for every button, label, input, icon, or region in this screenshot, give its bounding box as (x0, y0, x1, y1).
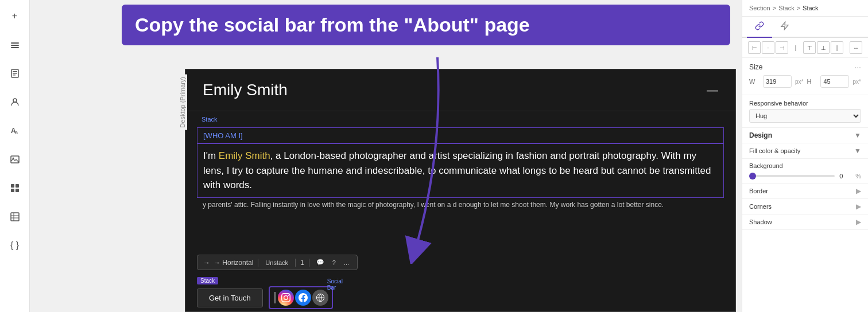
shadow-row[interactable]: Shadow ▶ (742, 214, 868, 230)
tab-link[interactable] (747, 17, 772, 38)
comment-button[interactable]: 💬 (314, 258, 327, 267)
corners-arrow-icon: ▶ (856, 202, 861, 210)
height-unit: px* (852, 79, 861, 85)
breadcrumb-section: Section (749, 5, 770, 11)
social-bar-label: Social Bar (327, 278, 343, 291)
help-button[interactable]: ? (330, 258, 338, 267)
canvas-toolbar: → → Horizontal Unstack 1 💬 ? ... (197, 255, 358, 270)
height-label: H (807, 78, 817, 85)
background-slider-percent: % (855, 173, 861, 180)
align-middle-icon[interactable]: ⊥ (817, 41, 830, 54)
responsive-section: Responsive behavior Hug Fill Fixed (742, 95, 868, 128)
align-bottom-icon[interactable]: | (831, 41, 843, 54)
svg-rect-5 (13, 73, 17, 74)
plus-icon[interactable]: + (6, 7, 24, 25)
unstack-button[interactable]: Unstack (263, 258, 290, 267)
font-icon[interactable]: A a (6, 122, 24, 140)
background-slider-thumb[interactable] (749, 173, 756, 180)
svg-rect-12 (11, 184, 14, 188)
svg-rect-0 (11, 42, 19, 44)
background-slider-value: 0 (839, 173, 851, 180)
border-row[interactable]: Border ▶ (742, 184, 868, 199)
who-am-i-text: [WHO AM I] (203, 131, 243, 140)
pages-icon[interactable] (6, 64, 24, 83)
more-button[interactable]: ... (342, 258, 351, 267)
social-divider (274, 292, 276, 303)
background-slider-row: 0 % (749, 173, 861, 180)
size-title: Size (749, 63, 762, 71)
size-section-header: Size ··· (749, 63, 861, 72)
size-section: Size ··· W px* H px* (742, 58, 868, 95)
layers-icon[interactable] (6, 36, 24, 54)
stack-label: Stack (197, 114, 724, 125)
responsive-select[interactable]: Hug Fill Fixed (749, 109, 861, 123)
svg-rect-15 (16, 189, 19, 192)
align-right-icon[interactable]: ⊣ (776, 41, 788, 54)
shadow-label: Shadow (749, 219, 772, 225)
svg-point-7 (13, 99, 17, 102)
fill-label: Fill color & opacity (749, 147, 800, 154)
page-header: Emily Smith — (185, 69, 735, 111)
toolbar-arrow: → (203, 259, 210, 267)
fill-color-row[interactable]: Fill color & opacity ▼ (742, 143, 868, 159)
height-input[interactable] (820, 75, 849, 88)
toolbar-horizontal-label: → Horizontal (214, 259, 253, 267)
svg-rect-1 (11, 45, 19, 46)
svg-rect-14 (11, 189, 14, 192)
svg-rect-2 (11, 47, 19, 48)
stack-bottom-label: Stack (197, 277, 218, 284)
background-slider-track[interactable] (749, 175, 835, 177)
social-bar: Social Bar (269, 286, 333, 309)
toolbar-divider-1 (258, 259, 258, 267)
align-center-h-icon[interactable]: · (762, 41, 774, 54)
size-more[interactable]: ··· (854, 63, 861, 72)
panel-tabs (742, 17, 868, 38)
tab-interactions[interactable] (772, 17, 797, 38)
design-section-header[interactable]: Design ▼ (742, 128, 868, 143)
breadcrumb-sep-2: > (797, 5, 800, 11)
border-label: Border (749, 188, 768, 194)
instagram-icon[interactable] (278, 290, 294, 306)
other-social-icon[interactable] (312, 290, 328, 306)
facebook-icon[interactable] (295, 290, 311, 306)
svg-rect-13 (16, 184, 19, 188)
align-top-icon[interactable]: ⊤ (803, 41, 816, 54)
align-sep-icon: | (789, 41, 802, 54)
social-stack-row: Stack Get in Touch Social Bar (197, 286, 333, 309)
width-label: W (749, 78, 760, 85)
bio-name: Emily Smith (219, 150, 270, 161)
svg-rect-16 (11, 213, 19, 221)
size-row: W px* H px* (749, 75, 861, 88)
width-input[interactable] (763, 75, 792, 88)
fill-chevron-icon: ▼ (854, 147, 861, 155)
corners-label: Corners (749, 203, 772, 210)
get-in-touch-button[interactable]: Get in Touch (197, 288, 263, 307)
left-sidebar: + A a (0, 0, 30, 312)
toolbar-divider-3 (309, 259, 309, 267)
corners-row[interactable]: Corners ▶ (742, 199, 868, 214)
breadcrumb-stack1: Stack (778, 5, 795, 11)
header-dash: — (707, 84, 718, 97)
bio-container: I'm Emily Smith, a London-based photogra… (197, 143, 724, 198)
background-label: Background (749, 162, 861, 169)
svg-rect-6 (13, 75, 16, 76)
table-icon[interactable] (6, 208, 24, 226)
people-icon[interactable] (6, 93, 24, 111)
desktop-label: Desktop (Primary) (178, 75, 187, 130)
breadcrumb-sep-1: > (773, 5, 776, 11)
align-left-icon[interactable]: ⊢ (748, 41, 761, 54)
svg-rect-4 (13, 71, 17, 72)
page-canvas: Emily Smith — Stack [WHO AM I] I'm Emily… (185, 69, 736, 312)
svg-text:a: a (15, 130, 18, 135)
breadcrumb: Section > Stack > Stack (742, 0, 868, 17)
toolbar-divider-2 (295, 259, 296, 267)
shadow-arrow-icon: ▶ (856, 218, 861, 226)
breadcrumb-current: Stack (803, 5, 819, 11)
annotation-box: Copy the social bar from the "About" pag… (122, 5, 730, 45)
expand-icon[interactable]: ↔ (850, 41, 862, 54)
apps-icon[interactable] (6, 179, 24, 197)
code-icon[interactable]: { } (6, 236, 24, 255)
annotation-text: Copy the social bar from the "About" pag… (135, 14, 530, 36)
responsive-label: Responsive behavior (749, 100, 861, 107)
image-icon[interactable] (6, 150, 24, 169)
